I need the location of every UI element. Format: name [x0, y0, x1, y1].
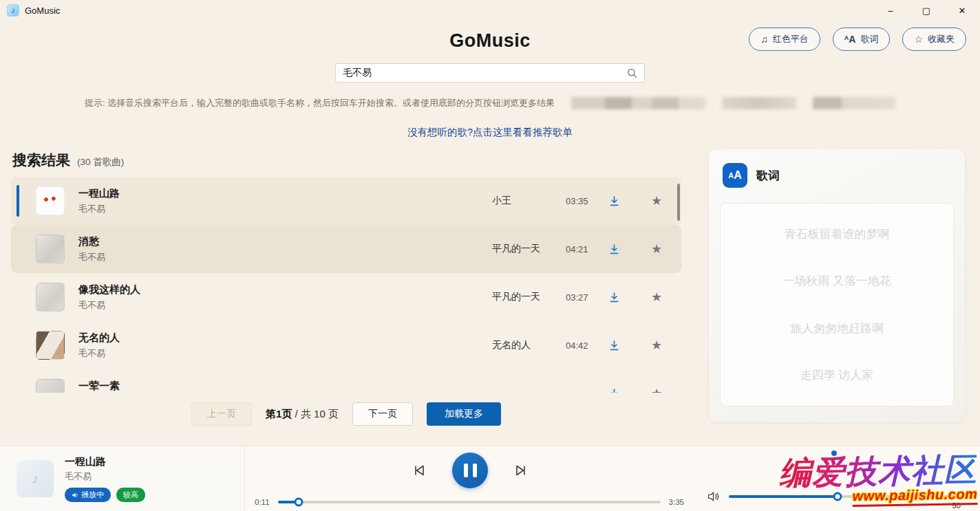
search-icon[interactable]	[627, 68, 637, 78]
volume-value: 50	[952, 501, 961, 510]
favorites-button[interactable]: ☆ 收藏夹	[902, 28, 966, 51]
lyrics-panel-header: AA 歌词	[720, 163, 954, 188]
volume-slider[interactable]	[729, 495, 961, 498]
song-duration: 04:21	[566, 244, 588, 254]
previous-track-icon[interactable]	[411, 462, 427, 479]
star-outline-icon: ☆	[914, 34, 923, 44]
page-info: 第1页 / 共 10 页	[266, 408, 339, 421]
song-title: 一程山路	[78, 187, 120, 200]
song-artist: 毛不易	[78, 299, 140, 312]
list-scrollbar[interactable]	[677, 184, 680, 221]
now-playing-artist: 毛不易	[65, 470, 145, 483]
total-time: 3:35	[669, 498, 684, 506]
lyrics-card: 青石板留着谁的梦啊 一场秋雨 又落一地花 旅人匆匆地赶路啊 走四季 访人家	[720, 203, 954, 406]
elapsed-time: 0:11	[255, 498, 270, 506]
results-title: 搜索结果	[12, 151, 70, 170]
song-row-3[interactable]: 像我这样的人 毛不易 平凡的一天 03:27 ★	[11, 273, 681, 321]
redacted-platform-selector-2[interactable]	[722, 97, 796, 109]
main-content: 搜索结果 (30 首歌曲) 一程山路 毛不易 小王 03:35 ★ 消愁	[0, 149, 980, 426]
album-art	[36, 283, 65, 312]
results-column: 搜索结果 (30 首歌曲) 一程山路 毛不易 小王 03:35 ★ 消愁	[11, 149, 681, 426]
favorite-star-icon[interactable]: ★	[651, 386, 662, 393]
red-platform-label: 红色平台	[773, 33, 809, 45]
song-title: 无名的人	[78, 331, 120, 345]
red-platform-button[interactable]: ♫ 红色平台	[749, 28, 820, 51]
download-icon[interactable]	[608, 195, 620, 207]
seek-thumb[interactable]	[295, 498, 303, 507]
now-playing-indicator	[17, 185, 19, 217]
window-title: GoMusic	[25, 6, 60, 16]
lyrics-panel: AA 歌词 青石板留着谁的梦啊 一场秋雨 又落一地花 旅人匆匆地赶路啊 走四季 …	[709, 149, 965, 422]
next-page-button[interactable]: 下一页	[352, 402, 413, 426]
lyric-line: 旅人匆匆地赶路啊	[721, 320, 953, 336]
now-playing-section: ♪ 一程山路 毛不易 播放中 较高	[0, 446, 245, 511]
favorite-star-icon[interactable]: ★	[651, 338, 662, 353]
playing-status-badge: 播放中	[65, 488, 111, 502]
download-icon[interactable]	[608, 243, 620, 255]
song-title: 消愁	[78, 235, 105, 248]
search-input[interactable]	[336, 67, 627, 78]
song-album: 小王	[492, 195, 511, 207]
title-bar: ♪ GoMusic – ▢ ✕	[0, 0, 980, 21]
recommend-row: 没有想听的歌?点击这里看看推荐歌单	[0, 126, 980, 139]
song-artist: 毛不易	[78, 203, 120, 215]
status-dot	[831, 450, 837, 456]
song-row-5[interactable]: 一荤一素 毛不易 ★	[11, 369, 681, 393]
song-artist: 毛不易	[78, 251, 105, 263]
favorite-star-icon[interactable]: ★	[651, 193, 662, 208]
load-more-button[interactable]: 加载更多	[427, 402, 501, 426]
album-art	[36, 331, 65, 360]
playback-controls	[411, 453, 529, 488]
search-row	[0, 63, 980, 83]
favorite-star-icon[interactable]: ★	[651, 290, 662, 305]
download-icon[interactable]	[608, 388, 620, 393]
player-right: 播放 50	[695, 446, 980, 511]
album-art	[36, 379, 65, 393]
redacted-platform-selector-1[interactable]	[571, 97, 705, 109]
search-box	[335, 63, 645, 83]
song-title: 像我这样的人	[78, 283, 140, 296]
lyric-line: 青石板留着谁的梦啊	[721, 226, 953, 242]
song-album: 无名的人	[492, 339, 531, 351]
download-icon[interactable]	[608, 292, 620, 303]
song-row-4[interactable]: 无名的人 毛不易 无名的人 04:42 ★	[11, 321, 681, 369]
song-duration: 04:42	[566, 340, 588, 351]
minimize-button[interactable]: –	[873, 0, 908, 21]
volume-icon[interactable]	[707, 491, 721, 502]
pause-icon	[464, 464, 468, 477]
player-center: 0:11 3:35	[245, 446, 695, 511]
song-row-2[interactable]: 消愁 毛不易 平凡的一天 04:21 ★	[11, 225, 681, 273]
hint-text: 提示: 选择音乐搜索平台后，输入完整的歌曲或歌手名称，然后按回车开始搜索。或者使…	[85, 97, 555, 109]
lyrics-panel-title: 歌词	[756, 168, 780, 184]
seek-slider[interactable]	[278, 501, 661, 503]
favorite-star-icon[interactable]: ★	[651, 241, 662, 257]
recommend-playlist-link[interactable]: 没有想听的歌?点击这里看看推荐歌单	[407, 127, 573, 138]
lyric-line: 一场秋雨 又落一地花	[721, 273, 953, 289]
music-note-icon: ♫	[760, 34, 768, 44]
player-bar: ♪ 一程山路 毛不易 播放中 较高 0:11	[0, 446, 980, 511]
volume-thumb[interactable]	[833, 492, 842, 501]
results-header: 搜索结果 (30 首歌曲)	[12, 151, 681, 170]
lyrics-button[interactable]: AA 歌词	[833, 28, 891, 51]
current-page: 第1页	[266, 408, 292, 420]
prev-page-button[interactable]: 上一页	[191, 402, 252, 426]
window-controls: – ▢ ✕	[873, 0, 980, 21]
pause-button[interactable]	[452, 453, 488, 488]
header: GoMusic ♫ 红色平台 AA 歌词 ☆ 收藏夹	[0, 30, 980, 52]
total-pages: / 共 10 页	[292, 408, 339, 420]
now-playing-title: 一程山路	[65, 455, 145, 468]
font-aa-icon: AA	[844, 34, 856, 44]
app-logo-icon: ♪	[7, 4, 19, 17]
results-count: (30 首歌曲)	[77, 156, 124, 168]
maximize-button[interactable]: ▢	[908, 0, 944, 21]
next-track-icon[interactable]	[513, 462, 529, 479]
song-duration: 03:35	[566, 196, 588, 206]
song-row-1[interactable]: 一程山路 毛不易 小王 03:35 ★	[11, 177, 681, 225]
download-icon[interactable]	[608, 340, 620, 351]
song-list: 一程山路 毛不易 小王 03:35 ★ 消愁 毛不易 平凡的一天 04:21 ★	[11, 177, 681, 393]
hint-row: 提示: 选择音乐搜索平台后，输入完整的歌曲或歌手名称，然后按回车开始搜索。或者使…	[0, 97, 980, 109]
quality-badge: 较高	[116, 488, 145, 502]
favorites-button-label: 收藏夹	[928, 33, 955, 45]
redacted-platform-selector-3[interactable]	[813, 97, 895, 109]
close-button[interactable]: ✕	[944, 0, 980, 21]
